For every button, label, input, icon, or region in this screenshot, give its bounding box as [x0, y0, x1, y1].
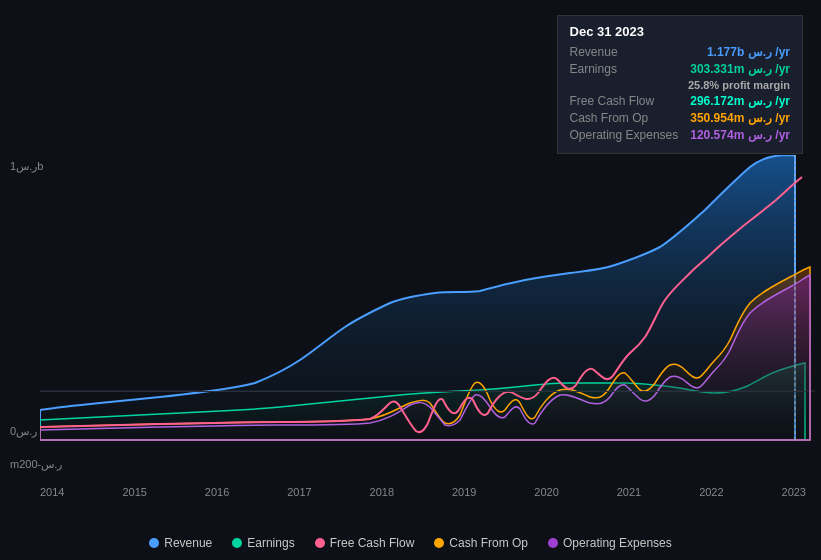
cashfromop-dot: [434, 538, 444, 548]
revenue-dot: [149, 538, 159, 548]
chart-legend: Revenue Earnings Free Cash Flow Cash Fro…: [0, 536, 821, 550]
tooltip-cashfromop: Cash From Op 350.954m ر.س /yr: [570, 111, 790, 125]
tooltip-revenue: Revenue 1.177b ر.س /yr: [570, 45, 790, 59]
x-label-2018: 2018: [370, 486, 394, 498]
revenue-label: Revenue: [570, 45, 618, 59]
legend-opex[interactable]: Operating Expenses: [548, 536, 672, 550]
x-axis: 2014 2015 2016 2017 2018 2019 2020 2021 …: [40, 486, 806, 498]
opex-label: Operating Expenses: [570, 128, 679, 142]
legend-cashfromop[interactable]: Cash From Op: [434, 536, 528, 550]
earnings-dot: [232, 538, 242, 548]
x-label-2016: 2016: [205, 486, 229, 498]
legend-fcf[interactable]: Free Cash Flow: [315, 536, 415, 550]
legend-revenue[interactable]: Revenue: [149, 536, 212, 550]
earnings-label: Earnings: [570, 62, 617, 76]
x-label-2020: 2020: [534, 486, 558, 498]
profit-margin-value: 25.8% profit margin: [688, 79, 790, 91]
tooltip-earnings: Earnings 303.331m ر.س /yr: [570, 62, 790, 76]
earnings-value: 303.331m ر.س /yr: [690, 62, 790, 76]
opex-value: 120.574m ر.س /yr: [690, 128, 790, 142]
tooltip-fcf: Free Cash Flow 296.172m ر.س /yr: [570, 94, 790, 108]
x-label-2017: 2017: [287, 486, 311, 498]
legend-earnings[interactable]: Earnings: [232, 536, 294, 550]
cashfromop-label: Cash From Op: [570, 111, 649, 125]
x-label-2023: 2023: [782, 486, 806, 498]
x-label-2022: 2022: [699, 486, 723, 498]
fcf-value: 296.172m ر.س /yr: [690, 94, 790, 108]
fcf-label: Free Cash Flow: [570, 94, 655, 108]
tooltip-opex: Operating Expenses 120.574m ر.س /yr: [570, 128, 790, 142]
fcf-dot: [315, 538, 325, 548]
zero-line: [40, 391, 806, 392]
tooltip-box: Dec 31 2023 Revenue 1.177b ر.س /yr Earni…: [557, 15, 803, 154]
earnings-legend-label: Earnings: [247, 536, 294, 550]
fcf-legend-label: Free Cash Flow: [330, 536, 415, 550]
x-label-2015: 2015: [122, 486, 146, 498]
x-label-2014: 2014: [40, 486, 64, 498]
tooltip-profit-margin: 25.8% profit margin: [570, 79, 790, 91]
chart-svg: [40, 155, 815, 475]
cashfromop-value: 350.954m ر.س /yr: [690, 111, 790, 125]
revenue-value: 1.177b ر.س /yr: [707, 45, 790, 59]
opex-legend-label: Operating Expenses: [563, 536, 672, 550]
cashfromop-legend-label: Cash From Op: [449, 536, 528, 550]
y-label-0: ر.س0: [10, 425, 37, 438]
opex-dot: [548, 538, 558, 548]
chart-container: Dec 31 2023 Revenue 1.177b ر.س /yr Earni…: [0, 0, 821, 560]
tooltip-date: Dec 31 2023: [570, 24, 790, 39]
revenue-legend-label: Revenue: [164, 536, 212, 550]
x-label-2019: 2019: [452, 486, 476, 498]
y-label-1b: ر.س1b: [10, 160, 43, 173]
x-label-2021: 2021: [617, 486, 641, 498]
